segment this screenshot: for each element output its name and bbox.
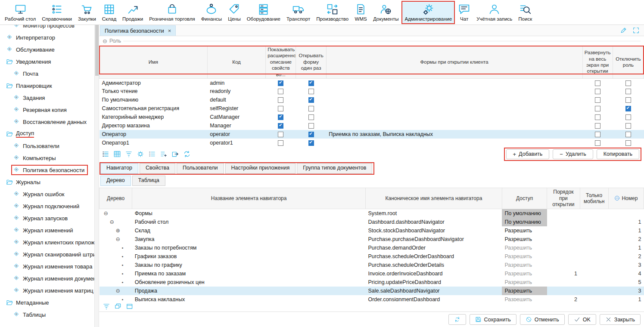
sidebar-item-access[interactable]: Доступ: [0, 128, 94, 140]
tab-tree[interactable]: Дерево: [100, 176, 131, 186]
tree-collapse-icon[interactable]: ⊖: [102, 236, 120, 242]
sidebar-item-connection-log[interactable]: Журнал подключений: [0, 200, 94, 212]
toolbar-item-finance[interactable]: Финансы: [198, 1, 225, 24]
roles-column-disable[interactable]: Отключить роль: [613, 46, 644, 78]
sidebar-item-backup[interactable]: Резервная копия: [0, 104, 94, 116]
navigator-column-order[interactable]: Порядок при открытии: [547, 188, 580, 209]
nav-row-1[interactable]: ⊖Рабочий столDashboard.dashboardNavigato…: [100, 218, 644, 226]
toolbar-item-stock[interactable]: Склад: [99, 1, 119, 24]
navigator-column-tree[interactable]: Дерево: [100, 188, 132, 209]
window-restore-icon[interactable]: [114, 302, 122, 310]
tab-navigator[interactable]: Навигатор: [100, 163, 138, 174]
role-row-selfRegister[interactable]: Самостоятельная регистрацияselfRegister: [100, 104, 644, 113]
toolbar-item-desktop[interactable]: Рабочий стол: [2, 1, 39, 24]
checkbox-unchecked[interactable]: [625, 89, 631, 94]
refresh-table-icon[interactable]: [183, 150, 191, 158]
refresh-button[interactable]: [448, 314, 466, 325]
checkbox-unchecked[interactable]: [625, 140, 631, 146]
toolbar-item-sales[interactable]: Продажи: [119, 1, 146, 24]
edit-icon[interactable]: [620, 27, 627, 34]
sidebar-item-change-log[interactable]: Журнал изменений: [0, 224, 94, 236]
roles-column-fullscreen[interactable]: Развернуть на весь экран при открытии: [582, 46, 613, 78]
sidebar-item-mail[interactable]: Почта: [0, 68, 94, 80]
toolbar-item-prices[interactable]: Цены: [225, 1, 244, 24]
checkbox-checked[interactable]: [278, 123, 283, 129]
nav-row-6[interactable]: •Заказы по графикуPurchase.scheduleOrder…: [100, 261, 644, 269]
sidebar-item-security-policy[interactable]: Политика безопасности: [0, 164, 94, 176]
checkbox-unchecked[interactable]: [595, 97, 600, 103]
nav-access-cell[interactable]: Разрешить: [502, 235, 547, 244]
role-row-CatManager[interactable]: Категорийный менеджерCatManager: [100, 113, 644, 121]
window-cascade-icon[interactable]: [126, 302, 134, 310]
sidebar-item-computers[interactable]: Компьютеры: [0, 152, 94, 164]
tab-table[interactable]: Таблица: [132, 176, 165, 186]
tab-app-settings[interactable]: Настройки приложения: [225, 163, 296, 174]
save-button[interactable]: Сохранить: [470, 314, 516, 325]
toolbar-item-documents[interactable]: Документы: [370, 1, 401, 24]
checkbox-unchecked[interactable]: [308, 89, 314, 94]
checkbox-unchecked[interactable]: [625, 114, 631, 120]
checkbox-unchecked[interactable]: [308, 106, 314, 111]
fullscreen-icon[interactable]: [632, 27, 640, 34]
sidebar-item-process-monitor[interactable]: Монитор процессов: [0, 25, 94, 31]
role-row-default[interactable]: По умолчаниюdefault: [100, 96, 644, 104]
copy-button[interactable]: Копировать: [597, 149, 639, 159]
scrollbar-thumb[interactable]: [95, 25, 99, 76]
group-expand-icon[interactable]: [160, 150, 168, 158]
checkbox-unchecked[interactable]: [595, 89, 600, 94]
cancel-button[interactable]: Отменить: [520, 314, 565, 325]
checkbox-unchecked[interactable]: [595, 132, 600, 137]
checkbox-unchecked[interactable]: [595, 114, 600, 120]
filter-icon[interactable]: [103, 302, 110, 310]
checkbox-unchecked[interactable]: [625, 123, 631, 129]
toolbar-item-equipment[interactable]: Оборудование: [244, 1, 283, 24]
tab-security-policy[interactable]: Политика безопасности ×: [100, 25, 176, 36]
collapse-group-icon[interactable]: ⊖: [103, 38, 107, 44]
nav-row-5[interactable]: •Графики заказовPurchase.scheduleOrderDa…: [100, 252, 644, 261]
nav-access-cell[interactable]: Разрешить: [502, 278, 547, 287]
toolbar-item-wms[interactable]: WMS: [352, 1, 370, 24]
navigator-column-canonical[interactable]: Каноническое имя элемента навигатора: [365, 188, 502, 209]
nav-access-cell[interactable]: Разрешить: [502, 252, 547, 261]
open-in-window-icon[interactable]: [171, 150, 179, 158]
role-row-readonly[interactable]: Только чтениеreadonly: [100, 87, 644, 96]
sidebar-item-interpreter[interactable]: Интерпретатор: [0, 31, 94, 43]
role-row-admin[interactable]: Администраторadmin: [100, 78, 644, 87]
nav-access-cell[interactable]: Разрешить: [502, 287, 547, 295]
checkbox-checked[interactable]: [278, 114, 283, 120]
sidebar-item-data-restore[interactable]: Восстановление данных: [0, 116, 94, 128]
toolbar-item-search[interactable]: Поиск: [515, 1, 535, 24]
tree-collapse-icon[interactable]: ⊖: [102, 219, 114, 225]
sidebar-item-launch-log[interactable]: Журнал запусков: [0, 212, 94, 224]
navigator-column-mobile[interactable]: Только мобильн: [580, 188, 608, 209]
nav-access-cell[interactable]: По умолчанию: [502, 209, 547, 218]
nav-row-3[interactable]: ⊖ЗакупкаPurchase.purchaseDashboardNaviga…: [100, 235, 644, 244]
roles-column-forms[interactable]: Формы при открытии клиента: [326, 46, 582, 78]
roles-column-code[interactable]: Код: [207, 46, 265, 78]
view-list-icon[interactable]: [102, 150, 109, 158]
checkbox-unchecked[interactable]: [595, 106, 600, 111]
checkbox-unchecked[interactable]: [595, 140, 600, 146]
sidebar-item-matrix-change-log[interactable]: Журнал изменения матриц: [0, 284, 94, 296]
toolbar-item-administration[interactable]: Администрирование: [401, 1, 455, 24]
group-change-icon[interactable]: [148, 150, 156, 158]
checkbox-checked[interactable]: [308, 97, 314, 103]
nav-row-0[interactable]: ⊖ФормыSystem.rootПо умолчанию: [100, 209, 644, 218]
nav-row-10[interactable]: •Выписка накладныхOrder.consignmentDashb…: [100, 295, 644, 301]
filter-icon[interactable]: [125, 150, 133, 158]
nav-row-9[interactable]: ⊖ПродажаSale.saleDashboardNavigatorРазре…: [100, 287, 644, 295]
checkbox-checked[interactable]: [308, 80, 314, 86]
nav-row-8[interactable]: •Обновление розничных ценPricing.updateP…: [100, 278, 644, 287]
checkbox-checked[interactable]: [278, 80, 283, 86]
checkbox-unchecked[interactable]: [308, 123, 314, 129]
tab-users[interactable]: Пользователи: [177, 163, 224, 174]
nav-access-cell[interactable]: Разрешить: [502, 295, 547, 301]
roles-column-open_once[interactable]: Открывать форму один раз: [296, 46, 326, 78]
checkbox-unchecked[interactable]: [278, 89, 283, 94]
settings-gear-icon[interactable]: [137, 150, 144, 158]
sidebar-scrollbar[interactable]: [94, 25, 99, 327]
checkbox-unchecked[interactable]: [625, 80, 631, 86]
ok-button[interactable]: OK: [568, 314, 596, 325]
tree-collapse-icon[interactable]: ⊖: [102, 288, 120, 294]
nav-row-4[interactable]: •Заказы по потребностямPurchase.demandOr…: [100, 244, 644, 252]
